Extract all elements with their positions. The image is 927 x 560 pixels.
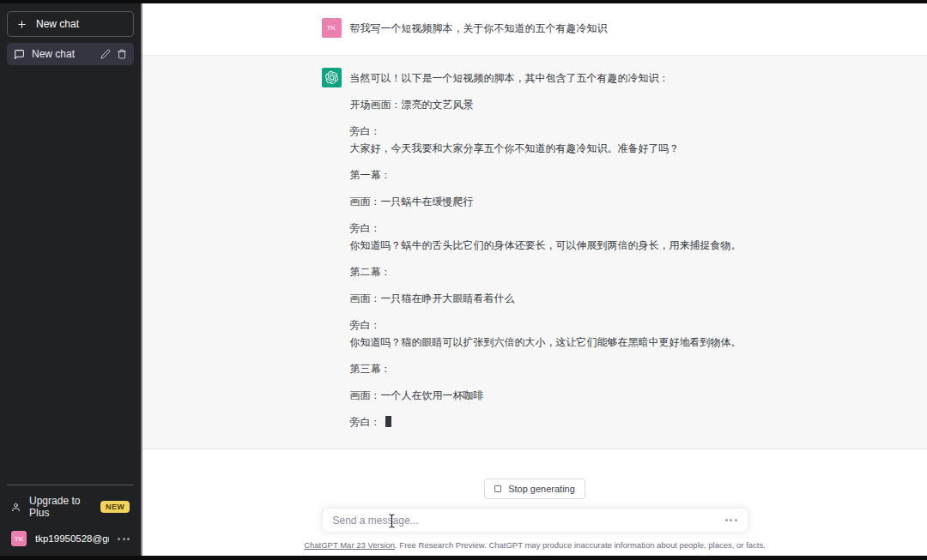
footer-version-link[interactable]: ChatGPT Mar 23 Version bbox=[304, 540, 395, 550]
user-avatar: TK bbox=[322, 18, 342, 38]
assistant-paragraph: 旁白： bbox=[350, 413, 742, 431]
account-email: tkp19950528@gmail.com bbox=[35, 533, 109, 544]
sidebar-chat-item[interactable]: New chat bbox=[7, 43, 134, 65]
assistant-paragraph: 第三幕： bbox=[350, 360, 742, 377]
user-icon bbox=[11, 502, 21, 513]
user-message-text: 帮我写一个短视频脚本，关于你不知道的五个有趣冷知识 bbox=[350, 18, 608, 37]
chat-item-actions bbox=[100, 49, 127, 59]
chat-item-label: New chat bbox=[32, 48, 94, 60]
account-row[interactable]: TK tkp19950528@gmail.com bbox=[7, 525, 134, 552]
assistant-paragraph: 第二幕： bbox=[350, 263, 742, 280]
sidebar-spacer bbox=[7, 65, 134, 485]
footer-disclaimer-text: . Free Research Preview. ChatGPT may pro… bbox=[395, 540, 766, 550]
stop-generating-button[interactable]: Stop generating bbox=[484, 479, 585, 499]
assistant-paragraph: 当然可以！以下是一个短视频的脚本，其中包含了五个有趣的冷知识： bbox=[350, 69, 742, 87]
typing-indicator-icon bbox=[725, 519, 737, 521]
assistant-paragraph: 画面：一只蜗牛在缓慢爬行 bbox=[350, 193, 742, 210]
sidebar-bottom: Upgrade to Plus NEW TK tkp19950528@gmail… bbox=[7, 485, 134, 552]
account-avatar: TK bbox=[11, 531, 27, 546]
chat-main: TK 帮我写一个短视频脚本，关于你不知道的五个有趣冷知识 当然可以！以下是一个短… bbox=[142, 3, 927, 556]
composer: Stop generating ChatGPT Mar 23 Version. … bbox=[142, 479, 927, 556]
upgrade-to-plus-button[interactable]: Upgrade to Plus NEW bbox=[7, 489, 134, 525]
upgrade-label: Upgrade to Plus bbox=[29, 495, 92, 519]
sidebar: New chat New chat Upgrade to Plus NEW bbox=[0, 3, 142, 556]
assistant-paragraph: 画面：一个人在饮用一杯咖啡 bbox=[350, 387, 742, 404]
trash-icon[interactable] bbox=[117, 49, 127, 59]
edit-icon[interactable] bbox=[100, 49, 111, 59]
user-message-row: TK 帮我写一个短视频脚本，关于你不知道的五个有趣冷知识 bbox=[142, 3, 927, 56]
message-input[interactable] bbox=[333, 515, 725, 527]
chatgpt-window: New chat New chat Upgrade to Plus NEW bbox=[0, 0, 927, 560]
footer-disclaimer: ChatGPT Mar 23 Version. Free Research Pr… bbox=[304, 540, 766, 550]
assistant-paragraph: 旁白：你知道吗？蜗牛的舌头比它们的身体还要长，可以伸展到两倍的身长，用来捕捉食物… bbox=[350, 220, 742, 254]
stop-square-icon bbox=[494, 485, 501, 492]
assistant-paragraph: 画面：一只猫在睁开大眼睛看着什么 bbox=[350, 290, 742, 307]
assistant-paragraph: 旁白：你知道吗？猫的眼睛可以扩张到六倍的大小，这让它们能够在黑暗中更好地看到物体… bbox=[350, 316, 742, 351]
assistant-paragraph: 旁白：大家好，今天我要和大家分享五个你不知道的有趣冷知识。准备好了吗？ bbox=[350, 123, 742, 157]
openai-logo-icon bbox=[322, 68, 342, 87]
new-chat-button-label: New chat bbox=[36, 18, 79, 30]
app-frame: New chat New chat Upgrade to Plus NEW bbox=[0, 3, 927, 556]
stop-generating-label: Stop generating bbox=[508, 484, 575, 494]
assistant-paragraph: 第一幕： bbox=[350, 166, 742, 184]
more-options-icon[interactable] bbox=[118, 538, 130, 540]
new-chat-button[interactable]: New chat bbox=[7, 11, 134, 37]
plus-icon bbox=[16, 19, 27, 30]
typing-cursor bbox=[385, 416, 391, 427]
message-input-box bbox=[322, 508, 748, 533]
assistant-message-row: 当然可以！以下是一个短视频的脚本，其中包含了五个有趣的冷知识：开场画面：漂亮的文… bbox=[142, 56, 927, 449]
chat-bubble-icon bbox=[14, 49, 25, 60]
assistant-paragraph: 开场画面：漂亮的文艺风景 bbox=[350, 96, 742, 113]
assistant-paragraphs: 当然可以！以下是一个短视频的脚本，其中包含了五个有趣的冷知识：开场画面：漂亮的文… bbox=[350, 68, 742, 431]
new-badge: NEW bbox=[100, 501, 130, 513]
